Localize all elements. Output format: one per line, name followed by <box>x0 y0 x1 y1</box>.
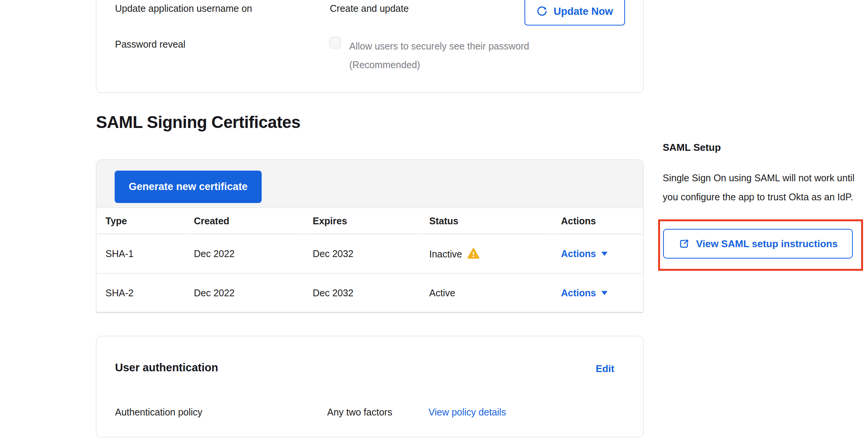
cell-created: Dec 2022 <box>185 274 304 312</box>
authentication-policy-value: Any two factors <box>327 407 392 418</box>
actions-dropdown[interactable]: Actions <box>561 248 607 259</box>
status-text: Active <box>429 288 455 298</box>
app-settings-card: Update application username on Create an… <box>96 0 644 93</box>
cell-expires: Dec 2032 <box>304 274 420 312</box>
saml-setup-description: Single Sign On using SAML will not work … <box>663 168 864 206</box>
column-header-status: Status <box>421 208 552 234</box>
update-now-label: Update Now <box>553 6 613 18</box>
cell-actions: Actions <box>553 274 643 312</box>
saml-certificates-panel: Generate new certificate Type Created Ex… <box>96 160 644 312</box>
actions-label: Actions <box>561 248 596 259</box>
actions-label: Actions <box>561 288 596 299</box>
user-authentication-card: User authentication Edit Authentication … <box>96 336 644 437</box>
username-update-label: Update application username on <box>115 3 252 14</box>
certificates-table: Type Created Expires Status Actions SHA-… <box>96 208 643 312</box>
update-now-button[interactable]: Update Now <box>524 0 625 26</box>
password-reveal-checkbox[interactable] <box>329 37 341 48</box>
authentication-policy-label: Authentication policy <box>115 407 202 418</box>
table-row: SHA-1 Dec 2022 Dec 2032 Inactive Actions <box>97 234 643 274</box>
saml-certificates-heading: SAML Signing Certificates <box>96 113 301 132</box>
cell-type: SHA-1 <box>97 234 185 274</box>
table-header-row: Type Created Expires Status Actions <box>97 208 643 234</box>
saml-setup-button-label: View SAML setup instructions <box>696 238 838 250</box>
user-authentication-heading: User authentication <box>115 361 218 374</box>
cell-created: Dec 2022 <box>185 234 304 274</box>
external-link-icon <box>678 238 690 249</box>
cell-expires: Dec 2032 <box>304 234 420 274</box>
actions-dropdown[interactable]: Actions <box>561 288 607 299</box>
password-reveal-checkbox-label: Allow users to securely see their passwo… <box>349 37 570 74</box>
column-header-type: Type <box>97 208 185 234</box>
column-header-actions: Actions <box>553 208 643 234</box>
cell-status: Active <box>421 274 552 312</box>
caret-down-icon <box>601 291 607 295</box>
refresh-icon <box>536 6 548 17</box>
page-canvas: Update application username on Create an… <box>0 0 868 441</box>
cell-actions: Actions <box>553 234 643 274</box>
status-text: Inactive <box>429 249 462 259</box>
view-policy-details-link[interactable]: View policy details <box>428 407 506 418</box>
view-saml-setup-instructions-button[interactable]: View SAML setup instructions <box>663 229 853 259</box>
edit-link[interactable]: Edit <box>596 363 614 375</box>
saml-setup-heading: SAML Setup <box>663 142 721 153</box>
table-row: SHA-2 Dec 2022 Dec 2032 Active Actions <box>97 274 643 312</box>
username-update-value: Create and update <box>330 3 409 14</box>
cell-type: SHA-2 <box>97 274 185 312</box>
certificates-toolbar: Generate new certificate <box>96 160 643 208</box>
column-header-expires: Expires <box>304 208 420 234</box>
cell-status: Inactive <box>421 234 552 274</box>
generate-certificate-button[interactable]: Generate new certificate <box>115 171 262 203</box>
column-header-created: Created <box>185 208 304 234</box>
password-reveal-label: Password reveal <box>115 39 185 50</box>
caret-down-icon <box>601 252 607 256</box>
warning-icon <box>467 248 480 259</box>
